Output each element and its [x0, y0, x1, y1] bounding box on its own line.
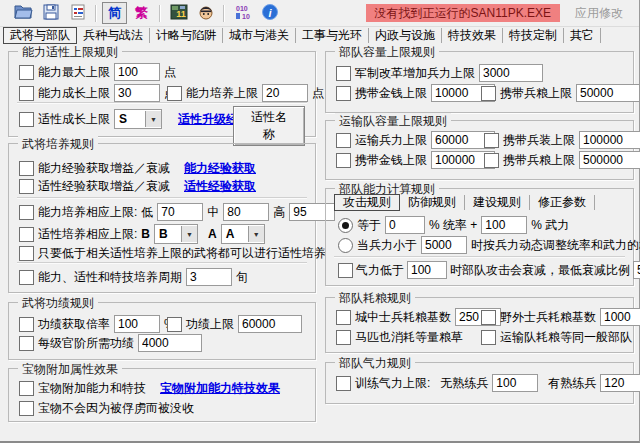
ability-exp-checkbox[interactable] [19, 161, 34, 176]
untrained-morale-input[interactable] [492, 374, 538, 392]
tab-units-tactics[interactable]: 兵种与战法 [77, 28, 150, 43]
game-11-button[interactable]: 11 [166, 2, 191, 24]
transport-food-checkbox[interactable] [484, 153, 499, 168]
reform-limit-checkbox[interactable] [336, 66, 351, 81]
settings-button[interactable] [65, 2, 90, 24]
troop-gold-checkbox[interactable] [336, 86, 351, 101]
tab-skill-effects[interactable]: 特技效果 [442, 28, 503, 43]
aptitude-growth-select[interactable]: S ▼ [114, 109, 162, 129]
transport-weapons-input[interactable] [579, 131, 640, 149]
transport-gold-checkbox[interactable] [336, 153, 351, 168]
tab-schemes-traps[interactable]: 计略与陷阱 [150, 28, 223, 43]
merit-rate-checkbox[interactable] [19, 317, 34, 332]
formula-radio[interactable] [338, 218, 353, 233]
transport-food-input[interactable] [579, 151, 640, 169]
aptitude-train-limits-checkbox[interactable] [19, 227, 34, 242]
morale-decay-checkbox[interactable] [338, 263, 353, 278]
tab-officers-troops[interactable]: 武将与部队 [3, 27, 77, 44]
aptitude-names-button[interactable]: 适性名称 [233, 106, 305, 146]
tab-structures-auras[interactable]: 工事与光环 [296, 28, 369, 43]
row-merit-rate: 功绩获取倍率 % [19, 314, 175, 334]
ability-exp-gain-link[interactable]: 能力经验获取 [184, 160, 256, 177]
tab-domestic-facilities[interactable]: 内政与设施 [369, 28, 442, 43]
simplified-chinese-button[interactable]: 简 [102, 2, 127, 24]
max-ability-checkbox[interactable] [19, 65, 34, 80]
training-cycle-input[interactable] [186, 268, 232, 286]
morale-threshold-input[interactable] [407, 261, 447, 279]
officer-portrait-button[interactable] [193, 2, 218, 24]
max-ability-input[interactable] [114, 63, 160, 81]
transport-weapons-checkbox[interactable] [484, 133, 499, 148]
tab-defense-rule[interactable]: 防御规则 [400, 195, 465, 210]
traditional-chinese-button[interactable]: 繁 [129, 2, 154, 24]
any-below-label: 只要低于相关适性培养上限的武将都可以进行适性培养 [38, 245, 326, 262]
apply-changes-button[interactable]: 应用修改 [569, 4, 629, 23]
field-food-base-checkbox[interactable] [481, 310, 496, 325]
max-ability-label: 能力最大上限 [38, 64, 110, 81]
horses-food-checkbox[interactable] [336, 330, 351, 345]
group-title: 宝物附加属性效果 [18, 361, 122, 378]
chevron-down-icon: ▼ [248, 226, 264, 242]
tab-cities-ports[interactable]: 城市与港关 [223, 28, 296, 43]
any-below-checkbox[interactable] [19, 246, 34, 261]
info-button[interactable]: i [257, 2, 282, 24]
row-max-ability: 能力最大上限 点 [19, 62, 176, 82]
reform-limit-input[interactable] [479, 64, 543, 82]
tab-correction-params[interactable]: 修正参数 [530, 195, 595, 210]
binary-data-button[interactable]: 01010 [230, 2, 255, 24]
row-any-below: 只要低于相关适性培养上限的武将都可以进行适性培养 [19, 243, 326, 263]
transport-food-same-label: 运输队耗粮等同一般部队 [500, 329, 632, 346]
open-file-button[interactable] [11, 2, 36, 24]
training-cycle-checkbox[interactable] [19, 270, 34, 285]
merit-per-rank-checkbox[interactable] [19, 336, 34, 351]
train-limit-checkbox[interactable] [167, 86, 182, 101]
treasure-ability-skill-effect-link[interactable]: 宝物附加能力特技效果 [160, 380, 280, 397]
row-ability-train-limits: 能力培养相应上限: 低 中 高 [19, 202, 335, 222]
aptitude-growth-checkbox[interactable] [19, 112, 34, 127]
transport-food-same-checkbox[interactable] [481, 330, 496, 345]
svg-text:010: 010 [236, 5, 248, 12]
merit-cap-input[interactable] [238, 315, 302, 333]
max-ability-suffix: 点 [164, 64, 176, 81]
row-city-food-base: 城中士兵耗粮基数 [336, 307, 501, 327]
troop-food-checkbox[interactable] [481, 86, 496, 101]
ability-train-limits-checkbox[interactable] [19, 205, 34, 220]
treasure-keep-checkbox[interactable] [19, 401, 34, 416]
trained-morale-input[interactable] [600, 374, 640, 392]
tab-others[interactable]: 其它 [564, 28, 601, 43]
low-limit-input[interactable] [157, 203, 203, 221]
merit-rate-input[interactable] [114, 315, 160, 333]
group-officer-training: 武将培养规则 能力经验获取增益／衰减 能力经验获取 适性经验获取增益／衰减 适性… [8, 143, 316, 293]
b-limit-select[interactable]: B ▼ [154, 224, 198, 244]
aptitude-exp-checkbox[interactable] [19, 179, 34, 194]
dynamic-weight-radio[interactable] [338, 238, 353, 253]
a-limit-select[interactable]: A ▼ [221, 224, 265, 244]
growth-limit-checkbox[interactable] [19, 86, 34, 101]
troop-gold-label: 携带金钱上限 [355, 85, 427, 102]
train-limit-input[interactable] [262, 84, 308, 102]
training-morale-checkbox[interactable] [336, 376, 351, 391]
mid-limit-input[interactable] [223, 203, 269, 221]
row-attack-formula: 等于 % 统率 + % 武力 [338, 215, 569, 235]
dynamic-threshold-input[interactable] [421, 236, 467, 254]
aptitude-exp-gain-link[interactable]: 适性经验获取 [184, 178, 256, 195]
save-button[interactable] [38, 2, 63, 24]
city-food-base-checkbox[interactable] [336, 310, 351, 325]
decay-ratio-input[interactable] [633, 261, 640, 279]
row-training-morale: 训练气力上限: 无熟练兵 有熟练兵 [336, 373, 640, 393]
troop-food-input[interactable] [576, 84, 640, 102]
group-troop-power: 部队能力计算规则 攻击规则 防御规则 建设规则 修正参数 等于 % 统率 + %… [325, 188, 634, 286]
tab-skill-custom[interactable]: 特技定制 [503, 28, 564, 43]
tab-build-rule[interactable]: 建设规则 [465, 195, 530, 210]
transport-troops-checkbox[interactable] [336, 133, 351, 148]
row-treasure-add: 宝物附加能力和特技 宝物附加能力特技效果 [19, 378, 280, 398]
tab-attack-rule[interactable]: 攻击规则 [334, 194, 400, 211]
merit-per-rank-input[interactable] [138, 334, 202, 352]
treasure-add-checkbox[interactable] [19, 381, 34, 396]
merit-cap-checkbox[interactable] [167, 317, 182, 332]
field-food-base-input[interactable] [600, 308, 640, 326]
transport-gold-label: 携带金钱上限 [355, 152, 427, 169]
growth-limit-input[interactable] [114, 84, 160, 102]
leadership-pct-input[interactable] [385, 216, 425, 234]
strength-pct-input[interactable] [481, 216, 527, 234]
